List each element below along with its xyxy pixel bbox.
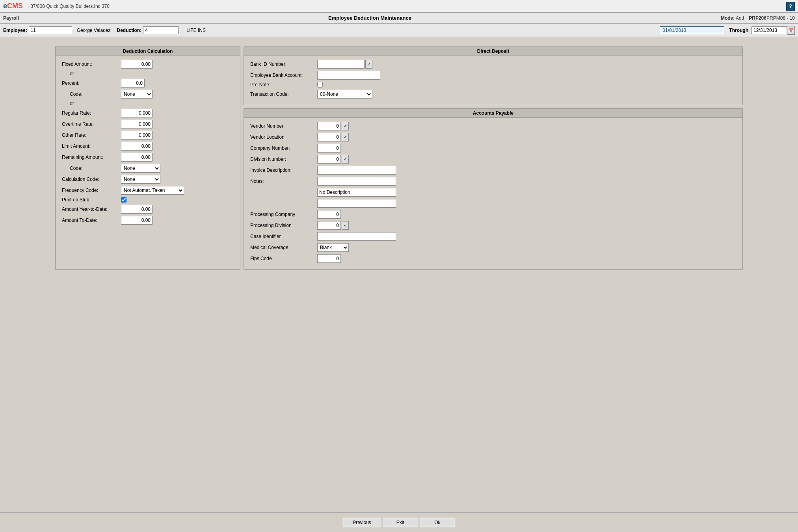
processing-company-input[interactable]	[317, 210, 341, 219]
vendor-location-label: Vendor Location:	[250, 134, 317, 140]
bank-id-field: <	[317, 60, 372, 69]
division-number-input[interactable]	[317, 155, 341, 164]
frequency-code-select[interactable]: Not Automat. Taken	[121, 186, 184, 195]
employee-input[interactable]	[29, 26, 72, 34]
program-code: PRP206PRPM08 - 10	[749, 15, 795, 21]
title-separator: |	[28, 4, 29, 9]
vendor-number-label: Vendor Number:	[250, 123, 317, 129]
calculation-code-row: Calculation Code: None	[62, 175, 234, 184]
regular-rate-input[interactable]	[121, 109, 153, 117]
mode-label: Mode: Add	[721, 15, 744, 21]
limit-amount-label: Limit Amount:	[62, 143, 121, 149]
notes-row: Notes:	[250, 177, 736, 186]
fips-code-label: Fips Code	[250, 256, 317, 261]
date-from-input[interactable]	[660, 26, 724, 34]
employee-bank-input[interactable]	[317, 71, 380, 80]
direct-deposit-header: Direct Deposit	[244, 47, 742, 56]
other-rate-label: Other Rate:	[62, 132, 121, 138]
processing-division-lookup-button[interactable]: <	[342, 221, 349, 230]
frequency-code-row: Frequency Code: Not Automat. Taken	[62, 186, 234, 195]
notes-input-2[interactable]	[317, 188, 396, 197]
main-content: Deduction Calculation Fixed Amount: or P…	[0, 39, 798, 277]
other-rate-row: Other Rate:	[62, 131, 234, 140]
deduction-input[interactable]	[143, 26, 179, 34]
page-title: Employee Deduction Maintenance	[19, 15, 721, 21]
regular-rate-row: Regular Rate:	[62, 109, 234, 117]
date-to-input[interactable]	[751, 26, 787, 34]
menu-bar: Payroll Employee Deduction Maintenance M…	[0, 13, 798, 24]
vendor-number-input[interactable]	[317, 122, 341, 130]
accounts-payable-header: Accounts Payable	[244, 109, 742, 118]
employee-label: Employee:	[3, 28, 27, 33]
app-logo: eCMS	[3, 2, 23, 10]
company-number-input[interactable]	[317, 144, 341, 153]
division-number-field: <	[317, 155, 349, 164]
fips-code-input[interactable]	[317, 254, 341, 263]
print-on-stub-row: Print on Stub:	[62, 197, 234, 203]
percent-input[interactable]	[121, 79, 145, 87]
vendor-location-field: <	[317, 133, 349, 141]
deduction-calc-header: Deduction Calculation	[56, 47, 240, 56]
fixed-amount-input[interactable]	[121, 60, 153, 69]
previous-button[interactable]: Previous	[343, 518, 381, 527]
bank-id-input[interactable]	[317, 60, 365, 69]
bank-id-label: Bank ID Number:	[250, 61, 317, 67]
accounts-payable-panel: Accounts Payable Vendor Number: < Vendor…	[244, 108, 743, 270]
division-number-lookup-button[interactable]: <	[342, 155, 349, 164]
fips-code-row: Fips Code	[250, 254, 736, 263]
vendor-location-input[interactable]	[317, 133, 341, 141]
or2-row: or	[62, 101, 234, 106]
calculation-code-select[interactable]: None	[121, 175, 160, 184]
bank-id-lookup-button[interactable]: <	[365, 60, 372, 69]
other-rate-input[interactable]	[121, 131, 153, 140]
print-on-stub-label: Print on Stub:	[62, 197, 121, 203]
amount-todate-input[interactable]	[121, 216, 153, 225]
regular-rate-label: Regular Rate:	[62, 110, 121, 116]
notes-input-1[interactable]	[317, 177, 396, 186]
prenote-checkbox[interactable]	[317, 82, 323, 87]
or1-row: or	[62, 71, 234, 76]
print-on-stub-checkbox[interactable]	[121, 197, 126, 203]
notes-input-3[interactable]	[317, 199, 396, 208]
amount-ytd-row: Amount Year-to-Date:	[62, 205, 234, 214]
bottom-bar: Previous Exit Ok	[0, 512, 798, 532]
help-button[interactable]: ?	[786, 2, 795, 11]
overtime-rate-input[interactable]	[121, 120, 153, 128]
deduction-calc-body: Fixed Amount: or Percent: Code: None or …	[56, 56, 240, 231]
employee-name: George Valadez	[77, 28, 111, 33]
invoice-desc-input[interactable]	[317, 166, 396, 175]
case-identifier-input[interactable]	[317, 232, 396, 241]
code1-label: Code:	[62, 91, 121, 97]
deduction-calc-panel: Deduction Calculation Fixed Amount: or P…	[55, 47, 240, 270]
code2-select[interactable]: None	[121, 164, 160, 173]
code1-select[interactable]: None	[121, 90, 153, 99]
exit-button[interactable]: Exit	[383, 518, 418, 527]
limit-amount-input[interactable]	[121, 142, 153, 151]
transaction-code-select[interactable]: 00-None	[317, 90, 372, 99]
code2-row: Code: None	[62, 164, 234, 173]
vendor-number-lookup-button[interactable]: <	[342, 122, 349, 130]
amount-ytd-input[interactable]	[121, 205, 153, 214]
employee-bar: Employee: George Valadez Deduction: LIFE…	[0, 24, 798, 37]
limit-amount-row: Limit Amount:	[62, 142, 234, 151]
code1-row: Code: None	[62, 90, 234, 99]
deduction-name: LIFE INS	[186, 28, 206, 33]
date-to-field: 📅	[751, 26, 795, 35]
company-number-label: Company Number:	[250, 145, 317, 151]
case-identifier-row: Case Identifier	[250, 232, 736, 241]
fixed-amount-row: Fixed Amount:	[62, 60, 234, 69]
medical-coverage-select[interactable]: Blank	[317, 243, 349, 252]
amount-todate-row: Amount To-Date:	[62, 216, 234, 225]
remaining-amount-input[interactable]	[121, 153, 153, 162]
prenote-label: Pre-Note:	[250, 82, 317, 87]
vendor-location-lookup-button[interactable]: <	[342, 133, 349, 141]
processing-division-input[interactable]	[317, 221, 341, 230]
calendar-button[interactable]: 📅	[787, 26, 795, 35]
title-bar: eCMS | 37/000 Quick Quality Builders,Inc…	[0, 0, 798, 13]
company-number-row: Company Number:	[250, 144, 736, 153]
vendor-number-row: Vendor Number: <	[250, 122, 736, 130]
invoice-desc-label: Invoice Description:	[250, 167, 317, 173]
direct-deposit-body: Bank ID Number: < Employee Bank Account:…	[244, 56, 742, 105]
ok-button[interactable]: Ok	[420, 518, 455, 527]
transaction-code-label: Transaction Code:	[250, 91, 317, 97]
